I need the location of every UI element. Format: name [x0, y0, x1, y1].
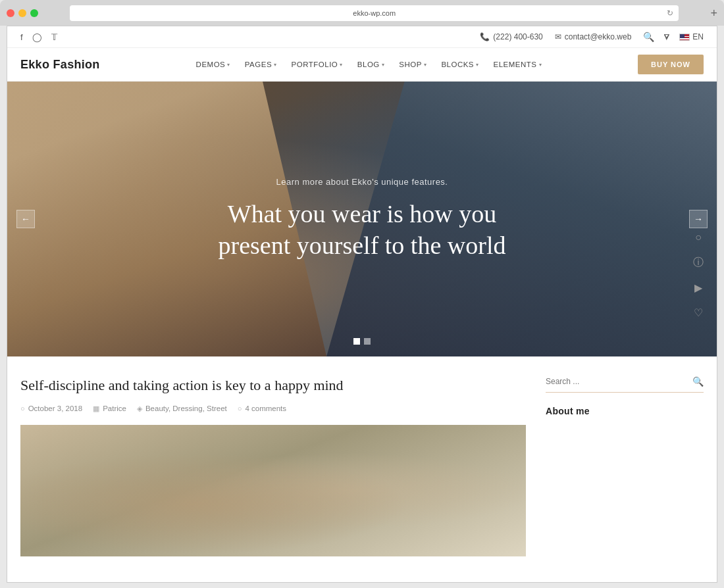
chevron-down-icon: ▾: [424, 62, 427, 68]
email-icon: ✉: [555, 32, 561, 41]
reload-icon[interactable]: ↻: [667, 9, 673, 18]
floating-info-icon[interactable]: ⓘ: [691, 255, 706, 270]
folder-icon: ▦: [93, 404, 99, 413]
chevron-down-icon: ▾: [340, 62, 343, 68]
search-box: 🔍: [546, 376, 704, 393]
slider-prev-button[interactable]: ←: [16, 210, 35, 228]
url-text: ekko-wp.com: [353, 9, 396, 17]
twitter-icon[interactable]: 𝕋: [51, 32, 57, 42]
hero-content: Learn more about Ekko's unique features.…: [165, 177, 559, 261]
main-content: Self-discipline and taking action is key…: [20, 376, 546, 556]
top-bar: f ◯ 𝕋 📞 (222) 400-630 ✉ contact@ekko.web…: [7, 26, 717, 48]
post-categories: ◈ Beauty, Dressing, Street: [137, 404, 227, 413]
floating-sidebar: ○ ⓘ ▶ ♡: [691, 230, 706, 320]
close-button[interactable]: [7, 9, 14, 17]
about-section-title: About me: [546, 406, 704, 416]
chevron-down-icon: ▾: [382, 62, 385, 68]
traffic-lights: [7, 9, 38, 17]
email-address: ✉ contact@ekko.web: [555, 32, 632, 41]
phone-icon: 📞: [480, 32, 490, 41]
cart-icon[interactable]: ⛛: [662, 32, 671, 42]
floating-play-icon[interactable]: ▶: [691, 280, 706, 295]
tag-icon: ◈: [137, 404, 142, 413]
sidebar: 🔍 About me: [546, 376, 704, 556]
phone-number: 📞 (222) 400-630: [480, 32, 542, 41]
chevron-down-icon: ▾: [539, 62, 542, 68]
hero-slider: Learn more about Ekko's unique features.…: [7, 82, 717, 356]
post-meta: ○ October 3, 2018 ▦ Patrice ◈ Beauty, Dr…: [20, 404, 526, 413]
hero-title: What you wear is how you present yoursel…: [191, 199, 533, 261]
language-selector[interactable]: EN: [679, 32, 704, 41]
slider-dot-1[interactable]: [353, 338, 360, 345]
hero-subtitle: Learn more about Ekko's unique features.: [191, 177, 533, 187]
chevron-down-icon: ▾: [274, 62, 277, 68]
slider-next-button[interactable]: →: [689, 210, 708, 228]
nav-item-pages[interactable]: PAGES ▾: [240, 58, 282, 71]
hero-image: Learn more about Ekko's unique features.…: [7, 82, 717, 356]
post-author: ▦ Patrice: [93, 404, 126, 413]
post-image: [20, 425, 526, 556]
comment-icon: ○: [238, 404, 242, 412]
nav-item-portfolio[interactable]: PORTFOLIO ▾: [286, 58, 348, 71]
post-title: Self-discipline and taking action is key…: [20, 376, 526, 395]
slider-dots: [353, 338, 371, 345]
slider-dot-2[interactable]: [364, 338, 371, 345]
website-container: f ◯ 𝕋 📞 (222) 400-630 ✉ contact@ekko.web…: [7, 26, 717, 583]
address-bar[interactable]: ekko-wp.com ↻: [70, 5, 679, 21]
maximize-button[interactable]: [30, 9, 38, 17]
social-icons: f ◯ 𝕋: [20, 32, 57, 42]
flag-icon: [679, 34, 690, 41]
minimize-button[interactable]: [18, 9, 26, 17]
search-button[interactable]: 🔍: [692, 376, 704, 387]
nav-menu: DEMOS ▾ PAGES ▾ PORTFOLIO ▾ BLOG ▾ SHOP …: [191, 58, 547, 71]
nav-item-demos[interactable]: DEMOS ▾: [191, 58, 236, 71]
nav-item-elements[interactable]: ELEMENTS ▾: [488, 58, 548, 71]
top-bar-right: 📞 (222) 400-630 ✉ contact@ekko.web 🔍 ⛛ E…: [480, 32, 704, 42]
new-tab-button[interactable]: +: [710, 7, 717, 20]
site-logo[interactable]: Ekko Fashion: [20, 58, 100, 72]
nav-item-shop[interactable]: SHOP ▾: [394, 58, 432, 71]
facebook-icon[interactable]: f: [20, 32, 23, 42]
post-date: ○ October 3, 2018: [20, 404, 82, 412]
content-area: Self-discipline and taking action is key…: [7, 356, 717, 556]
post-comments: ○ 4 comments: [238, 404, 286, 412]
floating-comment-icon[interactable]: ○: [691, 230, 706, 245]
chevron-down-icon: ▾: [476, 62, 479, 68]
clock-icon: ○: [20, 404, 25, 412]
browser-chrome: ekko-wp.com ↻ +: [0, 0, 724, 26]
chevron-down-icon: ▾: [227, 62, 230, 68]
nav-item-blog[interactable]: BLOG ▾: [352, 58, 390, 71]
buy-now-button[interactable]: BUY NOW: [638, 55, 704, 74]
nav-item-blocks[interactable]: BLOCKS ▾: [436, 58, 484, 71]
search-input[interactable]: [546, 377, 692, 386]
top-icons: 🔍 ⛛ EN: [643, 32, 704, 42]
main-nav: Ekko Fashion DEMOS ▾ PAGES ▾ PORTFOLIO ▾…: [7, 48, 717, 82]
browser-titlebar: ekko-wp.com ↻ +: [7, 5, 717, 21]
instagram-icon[interactable]: ◯: [32, 32, 42, 42]
search-icon[interactable]: 🔍: [643, 32, 654, 42]
floating-user-icon[interactable]: ♡: [691, 305, 706, 320]
